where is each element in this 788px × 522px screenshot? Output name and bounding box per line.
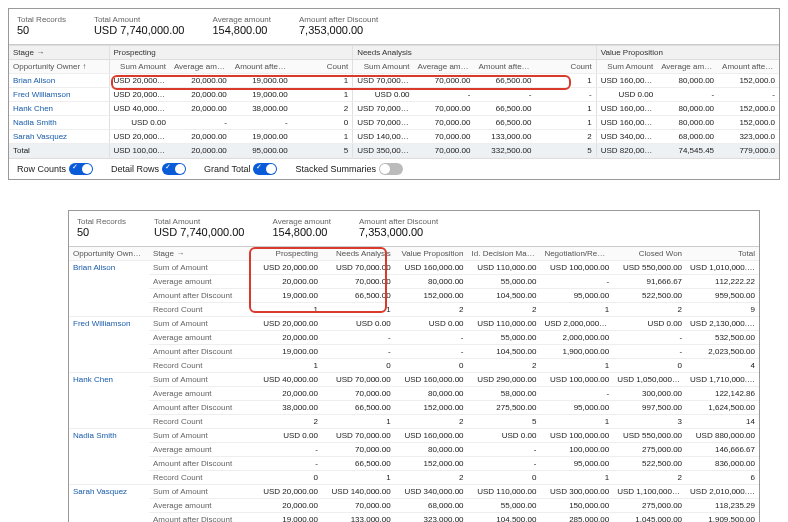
cell: 1 — [540, 471, 613, 485]
detail-rows-toggle[interactable]: Detail Rows✓ — [111, 163, 186, 175]
owner-link[interactable]: Brian Alison — [9, 74, 109, 88]
cell: USD 40,000.00 — [109, 102, 170, 116]
cell: 522,500.00 — [613, 289, 686, 303]
cell: 20,000.00 — [170, 88, 231, 102]
table-row: Record Count1002104 — [69, 359, 759, 373]
owner-header[interactable]: Opportunity Owner ↑ — [9, 60, 109, 74]
cell: 20,000.00 — [170, 74, 231, 88]
cell: 80,000.00 — [395, 443, 468, 457]
cell: - — [540, 387, 613, 401]
cell: 152,000.0 — [718, 102, 779, 116]
cell: 0 — [292, 116, 353, 130]
cell: USD 70,000.00 — [322, 373, 395, 387]
table-row[interactable]: Sarah VasquezUSD 20,000.0020,000.0019,00… — [9, 130, 779, 144]
cell: USD 160,000.00 — [596, 116, 657, 130]
cell: - — [249, 443, 322, 457]
owner-link[interactable]: Sarah Vasquez — [69, 485, 149, 523]
cell: 122,142.86 — [686, 387, 759, 401]
owner-link[interactable]: Sarah Vasquez — [9, 130, 109, 144]
cell: 19,000.00 — [231, 74, 292, 88]
cell: 1 — [322, 471, 395, 485]
cell: 152,000.00 — [395, 401, 468, 415]
cell: USD 0.00 — [353, 88, 414, 102]
table-row: Average amount20,000.0070,000.0068,000.0… — [69, 499, 759, 513]
cell: 70,000.00 — [322, 499, 395, 513]
cell: 2 — [249, 415, 322, 429]
cell: - — [322, 345, 395, 359]
cell: - — [231, 116, 292, 130]
cell: 0 — [468, 471, 541, 485]
cell: 1 — [292, 130, 353, 144]
stage-header[interactable]: Stage → — [9, 46, 109, 60]
table-row: Record Count21251314 — [69, 415, 759, 429]
cell: 300,000.00 — [613, 387, 686, 401]
cell: 95,000.00 — [540, 289, 613, 303]
cell: USD 20,000.00 — [109, 130, 170, 144]
owner-link[interactable]: Fred Williamson — [69, 317, 149, 373]
cell: USD 110,000.00 — [468, 485, 541, 499]
cell: USD 0.00 — [249, 429, 322, 443]
metric-label: Average amount — [149, 499, 249, 513]
metric-label: Record Count — [149, 471, 249, 485]
cell: 1 — [322, 303, 395, 317]
cell: USD 70,000.00 — [353, 74, 414, 88]
cell: - — [468, 443, 541, 457]
cell: 80,000.00 — [657, 116, 718, 130]
cell: 1 — [292, 88, 353, 102]
stage-header[interactable]: Stage → — [149, 247, 249, 261]
cell: 997,500.00 — [613, 401, 686, 415]
table-row[interactable]: Brian AlisonUSD 20,000.0020,000.0019,000… — [9, 74, 779, 88]
row-counts-toggle[interactable]: Row Counts✓ — [17, 163, 93, 175]
grand-total-toggle[interactable]: Grand Total✓ — [204, 163, 277, 175]
owner-link[interactable]: Nadia Smith — [69, 429, 149, 485]
owner-link[interactable]: Nadia Smith — [9, 116, 109, 130]
cell: USD 70,000.00 — [322, 261, 395, 275]
stacked-summaries-toggle-off[interactable]: Stacked Summaries — [295, 163, 403, 175]
cell: - — [395, 345, 468, 359]
cell: 2 — [535, 130, 596, 144]
unstacked-table: Stage → Prospecting Needs Analysis Value… — [9, 45, 779, 158]
cell: 58,000.00 — [468, 387, 541, 401]
cell: USD 0.00 — [322, 317, 395, 331]
stacked-table: Opportunity Owner ↑ Stage → Prospecting … — [69, 247, 759, 522]
cell: USD 70,000.00 — [353, 116, 414, 130]
cell: 70,000.00 — [414, 102, 475, 116]
owner-link[interactable]: Hank Chen — [69, 373, 149, 429]
cell: 1,624,500.00 — [686, 401, 759, 415]
cell: USD 550,000.00 — [613, 429, 686, 443]
stage-needs-analysis[interactable]: Needs Analysis — [353, 46, 597, 60]
cell: 38,000.00 — [249, 401, 322, 415]
amount-after-discount-value: 7,353,000.00 — [299, 24, 378, 36]
cell: 152,000.00 — [395, 457, 468, 471]
table-row: Nadia SmithSum of AmountUSD 0.00USD 70,0… — [69, 429, 759, 443]
cell: - — [535, 88, 596, 102]
cell: USD 20,000.00 — [249, 317, 322, 331]
cell: 104,500.00 — [468, 513, 541, 523]
owner-link[interactable]: Brian Alison — [69, 261, 149, 317]
owner-link[interactable]: Hank Chen — [9, 102, 109, 116]
owner-header[interactable]: Opportunity Owner ↑ — [69, 247, 149, 261]
toggle-bar-top: Row Counts✓ Detail Rows✓ Grand Total✓ St… — [9, 158, 779, 179]
cell: 19,000.00 — [231, 130, 292, 144]
table-row[interactable]: Fred WilliamsonUSD 20,000.0020,000.0019,… — [9, 88, 779, 102]
table-row: Amount after Discount38,000.0066,500.001… — [69, 401, 759, 415]
table-row: Record Count1122129 — [69, 303, 759, 317]
stage-prospecting[interactable]: Prospecting — [109, 46, 353, 60]
cell: 20,000.00 — [170, 130, 231, 144]
cell: 285,000.00 — [540, 513, 613, 523]
table-row[interactable]: Hank ChenUSD 40,000.0020,000.0038,000.00… — [9, 102, 779, 116]
metric-label: Amount after Discount — [149, 457, 249, 471]
table-row[interactable]: Nadia SmithUSD 0.00--0USD 70,000.0070,00… — [9, 116, 779, 130]
metric-label: Amount after Discount — [149, 345, 249, 359]
cell: USD 110,000.00 — [468, 317, 541, 331]
cell: 70,000.00 — [322, 275, 395, 289]
cell: - — [395, 331, 468, 345]
summary-bar: Total Records50 Total AmountUSD 7,740,00… — [69, 211, 759, 247]
cell: USD 0.00 — [596, 88, 657, 102]
owner-link[interactable]: Fred Williamson — [9, 88, 109, 102]
cell: 1 — [535, 74, 596, 88]
stage-value-proposition[interactable]: Value Proposition — [596, 46, 779, 60]
cell: USD 340,000.00 — [395, 485, 468, 499]
table-row: Amount after Discount-66,500.00152,000.0… — [69, 457, 759, 471]
table-row: Hank ChenSum of AmountUSD 40,000.00USD 7… — [69, 373, 759, 387]
